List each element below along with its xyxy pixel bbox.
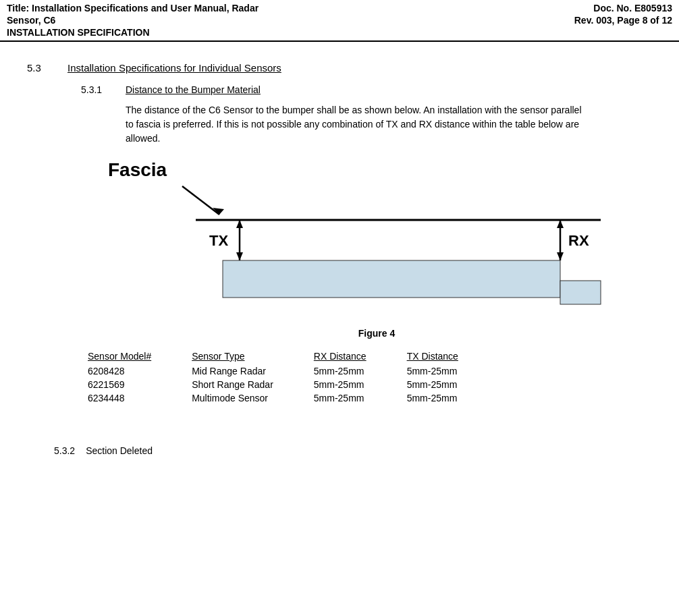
section-531-heading: 5.3.1 Distance to the Bumper Material	[81, 84, 652, 95]
table-cell: 5mm-25mm	[407, 378, 499, 391]
table-cell: Multimode Sensor	[192, 391, 314, 405]
table-row: 6221569Short Range Radar5mm-25mm5mm-25mm	[88, 378, 499, 391]
doc-number: Doc. No. E805913	[574, 3, 672, 13]
sensor-data-table: Sensor Model# Sensor Type RX Distance TX…	[88, 349, 499, 405]
section-532-num: 5.3.2	[54, 445, 75, 456]
section-53-heading: 5.3 Installation Specifications for Indi…	[27, 62, 652, 74]
section-531: 5.3.1 Distance to the Bumper Material Th…	[81, 84, 652, 405]
table-cell: Mid Range Radar	[192, 364, 314, 378]
table-cell: 5mm-25mm	[314, 391, 407, 405]
sensor-diagram: TX RX	[115, 200, 614, 314]
table-cell: 6234448	[88, 391, 192, 405]
fascia-label: Fascia	[108, 159, 167, 181]
header-title: Title: Installation Specifications and U…	[7, 3, 259, 13]
table-cell: 5mm-25mm	[407, 364, 499, 378]
page-header: Title: Installation Specifications and U…	[0, 0, 679, 42]
svg-text:RX: RX	[568, 232, 589, 249]
svg-marker-9	[557, 252, 564, 260]
table-cell: 5mm-25mm	[314, 364, 407, 378]
figure-caption: Figure 4	[101, 328, 652, 339]
main-content: 5.3 Installation Specifications for Indi…	[0, 42, 679, 476]
svg-marker-4	[236, 220, 243, 228]
table-cell: Short Range Radar	[192, 378, 314, 391]
section-53-num: 5.3	[27, 62, 54, 74]
figure-4-area: Fascia TX R	[101, 159, 628, 321]
section-532-title: Section Deleted	[86, 445, 153, 456]
section-53-title: Installation Specifications for Individu…	[67, 62, 281, 74]
col-header-tx: TX Distance	[407, 349, 499, 364]
col-header-model: Sensor Model#	[88, 349, 192, 364]
header-subtitle: Sensor, C6	[7, 15, 259, 26]
body-text: The distance of the C6 Sensor to the bum…	[126, 103, 585, 146]
table-row: 6234448Multimode Sensor5mm-25mm5mm-25mm	[88, 391, 499, 405]
section-532: 5.3.2 Section Deleted	[54, 445, 652, 456]
table-row: 6208428Mid Range Radar5mm-25mm5mm-25mm	[88, 364, 499, 378]
table-cell: 5mm-25mm	[314, 378, 407, 391]
svg-text:TX: TX	[209, 232, 228, 249]
header-left: Title: Installation Specifications and U…	[7, 3, 259, 38]
table-cell: 5mm-25mm	[407, 391, 499, 405]
table-cell: 6221569	[88, 378, 192, 391]
svg-marker-8	[557, 220, 564, 228]
header-right: Doc. No. E805913 Rev. 003, Page 8 of 12	[574, 3, 672, 26]
revision-info: Rev. 003, Page 8 of 12	[574, 15, 672, 26]
svg-rect-11	[223, 260, 560, 298]
sensor-table: Sensor Model# Sensor Type RX Distance TX…	[88, 349, 659, 405]
header-section: INSTALLATION SPECIFICATION	[7, 27, 259, 38]
col-header-type: Sensor Type	[192, 349, 314, 364]
svg-marker-5	[236, 252, 243, 260]
section-531-title: Distance to the Bumper Material	[126, 84, 261, 95]
table-cell: 6208428	[88, 364, 192, 378]
table-header-row: Sensor Model# Sensor Type RX Distance TX…	[88, 349, 499, 364]
svg-rect-12	[560, 281, 601, 304]
section-531-num: 5.3.1	[81, 84, 115, 95]
col-header-rx: RX Distance	[314, 349, 407, 364]
